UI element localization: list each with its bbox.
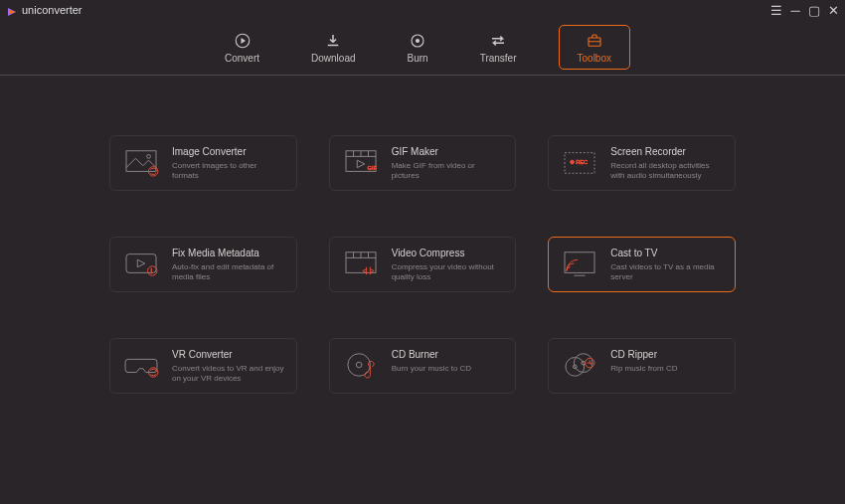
header-nav: Convert Download Burn Transfer Toolbox: [0, 20, 845, 76]
tool-desc: Make GIF from video or pictures: [392, 161, 504, 182]
minimize-icon[interactable]: ─: [789, 4, 801, 16]
tab-label: Download: [311, 53, 355, 64]
tool-desc: Auto-fix and edit metadata of media file…: [172, 262, 284, 283]
burn-icon: [408, 31, 427, 51]
tool-title: Screen Recorder: [610, 146, 723, 157]
tool-screen-recorder[interactable]: REC Screen Recorder Record all desktop a…: [548, 135, 736, 191]
tab-label: Convert: [225, 53, 259, 64]
tool-title: VR Converter: [172, 349, 284, 360]
toolbox-grid: Image Converter Convert images to other …: [0, 76, 845, 394]
video-compress-icon: [342, 248, 380, 279]
transfer-icon: [488, 31, 508, 51]
svg-marker-16: [357, 160, 365, 168]
tool-title: CD Burner: [392, 349, 471, 360]
fix-media-metadata-icon: i: [122, 248, 160, 279]
close-icon[interactable]: ✕: [827, 4, 839, 16]
cast-to-tv-icon: [561, 248, 598, 279]
cd-ripper-icon: [561, 349, 598, 381]
tool-vr-converter[interactable]: VR Converter Convert videos to VR and en…: [109, 338, 297, 394]
svg-point-6: [417, 40, 420, 43]
tool-desc: Convert images to other formats: [172, 161, 284, 182]
svg-marker-3: [241, 38, 246, 44]
vr-converter-icon: [122, 349, 160, 381]
svg-marker-22: [137, 259, 145, 267]
menu-icon[interactable]: ☰: [770, 4, 782, 16]
tool-gif-maker[interactable]: GIF GIF Maker Make GIF from video or pic…: [329, 135, 517, 191]
svg-text:GIF: GIF: [367, 165, 377, 171]
convert-icon: [233, 31, 253, 51]
svg-point-9: [147, 155, 151, 159]
tool-title: CD Ripper: [610, 349, 677, 360]
toolbox-icon: [585, 31, 604, 51]
tool-desc: Record all desktop activities with audio…: [610, 161, 723, 182]
tab-burn[interactable]: Burn: [398, 25, 438, 70]
svg-rect-4: [328, 45, 339, 47]
tool-desc: Cast videos to TV as a media server: [610, 262, 723, 283]
tab-label: Transfer: [480, 53, 517, 64]
svg-point-36: [356, 362, 362, 368]
tool-desc: Compress your video without quality loss: [392, 262, 504, 283]
image-converter-icon: [122, 146, 160, 178]
tool-title: Fix Media Metadata: [172, 248, 284, 258]
logo-icon: [6, 4, 18, 16]
tab-download[interactable]: Download: [301, 25, 365, 70]
svg-point-19: [571, 160, 575, 164]
tool-fix-media-metadata[interactable]: i Fix Media Metadata Auto-fix and edit m…: [109, 237, 297, 292]
tool-title: GIF Maker: [392, 146, 504, 157]
screen-recorder-icon: REC: [561, 146, 598, 178]
tool-desc: Rip music from CD: [610, 364, 677, 374]
tool-desc: Convert videos to VR and enjoy on your V…: [172, 364, 284, 385]
tool-video-compress[interactable]: Video Compress Compress your video witho…: [329, 237, 517, 292]
svg-rect-32: [565, 252, 594, 273]
tool-cd-burner[interactable]: CD Burner Burn your music to CD: [329, 338, 517, 394]
tab-toolbox[interactable]: Toolbox: [559, 25, 630, 70]
tab-label: Burn: [408, 53, 428, 64]
svg-text:REC: REC: [577, 159, 589, 165]
window-controls: ☰ ─ ▢ ✕: [770, 4, 839, 16]
tool-desc: Burn your music to CD: [392, 364, 471, 374]
svg-text:i: i: [150, 267, 152, 274]
tab-transfer[interactable]: Transfer: [470, 25, 527, 70]
tool-cd-ripper[interactable]: CD Ripper Rip music from CD: [548, 338, 736, 394]
tool-cast-to-tv[interactable]: Cast to TV Cast videos to TV as a media …: [548, 237, 736, 292]
tab-convert[interactable]: Convert: [215, 25, 269, 70]
tab-label: Toolbox: [578, 53, 611, 64]
tool-title: Video Compress: [392, 248, 504, 258]
tool-title: Cast to TV: [610, 248, 723, 258]
cd-burner-icon: [342, 349, 380, 381]
download-icon: [323, 31, 343, 51]
gif-maker-icon: GIF: [342, 146, 380, 178]
titlebar: uniconverter ☰ ─ ▢ ✕: [0, 0, 845, 20]
logo-area: uniconverter: [6, 4, 83, 16]
tool-title: Image Converter: [172, 146, 284, 157]
app-name: uniconverter: [22, 4, 83, 16]
maximize-icon[interactable]: ▢: [808, 4, 820, 16]
tool-image-converter[interactable]: Image Converter Convert images to other …: [109, 135, 297, 191]
